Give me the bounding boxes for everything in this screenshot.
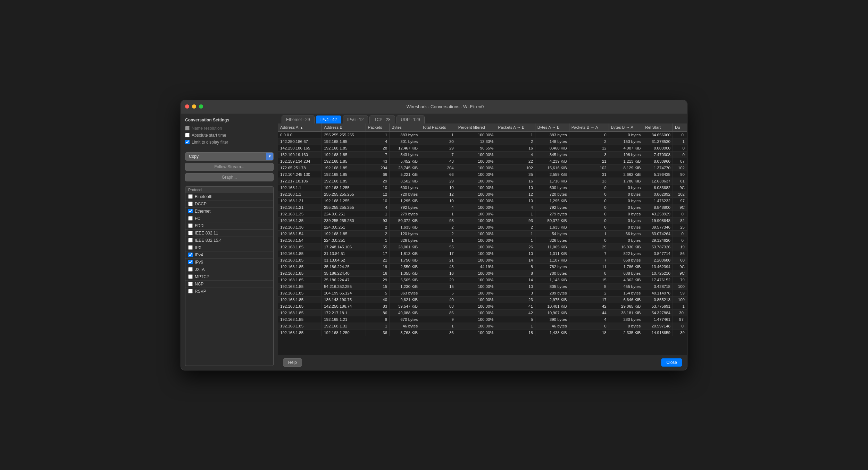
- col-header-11[interactable]: Du: [673, 123, 687, 131]
- table-row[interactable]: 192.168.1.36224.0.0.25121,633 KiB2100.00…: [278, 224, 687, 230]
- table-row[interactable]: 192.168.1.54224.0.0.2511326 bytes1100.00…: [278, 237, 687, 243]
- protocol-checkbox[interactable]: [188, 274, 193, 279]
- protocol-checkbox[interactable]: [188, 282, 193, 286]
- protocol-checkbox[interactable]: [188, 231, 193, 235]
- follow-stream-button[interactable]: Follow Stream...: [185, 163, 274, 171]
- table-row[interactable]: 192.168.1.35239.255.255.2509350,372 KiB9…: [278, 217, 687, 224]
- table-cell-17-9: 16,936 KiB: [609, 243, 643, 250]
- table-row[interactable]: 192.168.1.1255.255.255.25512720 bytes121…: [278, 191, 687, 197]
- protocol-item[interactable]: NCP: [185, 281, 273, 288]
- protocol-item[interactable]: IPX: [185, 244, 273, 251]
- table-row[interactable]: 192.168.1.85172.217.18.18649,088 KiB8610…: [278, 309, 687, 316]
- close-traffic-light[interactable]: [185, 104, 189, 109]
- protocol-item[interactable]: IPv4: [185, 251, 273, 259]
- col-header-4[interactable]: Total Packets: [420, 123, 456, 131]
- table-cell-9-1: 255.255.255.255: [322, 191, 366, 197]
- col-header-9[interactable]: Bytes B → A: [609, 123, 643, 131]
- table-row[interactable]: 172.65.251.78192.168.1.8520423,745 KiB20…: [278, 164, 687, 171]
- table-row[interactable]: 192.168.1.8531.13.84.52211,750 KiB21100.…: [278, 257, 687, 263]
- table-row[interactable]: 192.168.1.8535.186.224.40161,355 KiB1610…: [278, 270, 687, 276]
- limit-display-filter-checkbox[interactable]: [185, 140, 190, 144]
- table-row[interactable]: 192.168.1.8531.13.84.51171,813 KiB17100.…: [278, 250, 687, 257]
- protocol-item[interactable]: DCCP: [185, 200, 273, 208]
- tab-tcp---28[interactable]: TCP · 28: [369, 116, 395, 123]
- minimize-traffic-light[interactable]: [192, 104, 196, 109]
- col-header-8[interactable]: Packets B → A: [569, 123, 609, 131]
- absolute-start-time-checkbox[interactable]: [185, 133, 190, 137]
- table-row[interactable]: 172.217.18.106192.168.1.85293,502 KiB291…: [278, 178, 687, 184]
- tab-ipv4---42[interactable]: IPv4 · 42: [316, 116, 341, 123]
- table-row[interactable]: 192.168.1.8517.248.145.1065528,001 KiB55…: [278, 243, 687, 250]
- col-header-6[interactable]: Packets A → B: [496, 123, 535, 131]
- table-row[interactable]: 192.168.1.1192.168.1.25510600 bytes10100…: [278, 184, 687, 191]
- table-cell-26-3: 39,547 KiB: [390, 303, 420, 309]
- col-header-1[interactable]: Address B: [322, 123, 366, 131]
- table-cell-5-3: 23,745 KiB: [390, 164, 420, 171]
- tab-ethernet---29[interactable]: Ethernet · 29: [282, 116, 315, 123]
- table-cell-28-6: 5: [496, 316, 535, 323]
- protocol-checkbox[interactable]: [188, 238, 193, 242]
- protocol-item[interactable]: FDDI: [185, 222, 273, 230]
- table-row[interactable]: 192.168.1.35224.0.0.2511279 bytes1100.00…: [278, 211, 687, 217]
- protocol-item[interactable]: MPTCP: [185, 273, 273, 281]
- table-row[interactable]: 192.168.1.8535.186.224.47295,505 KiB2910…: [278, 276, 687, 283]
- protocol-checkbox[interactable]: [188, 260, 193, 264]
- protocol-item[interactable]: Ethernet: [185, 208, 273, 215]
- tab-ipv6---12[interactable]: IPv6 · 12: [343, 116, 368, 123]
- table-row[interactable]: 192.168.1.85104.199.65.1245363 bytes5100…: [278, 290, 687, 296]
- copy-dropdown-arrow[interactable]: ▼: [266, 153, 273, 160]
- table-row[interactable]: 192.168.1.8535.186.224.25192,550 KiB4344…: [278, 263, 687, 270]
- protocol-checkbox[interactable]: [188, 202, 193, 206]
- copy-dropdown[interactable]: Copy ▼: [185, 152, 274, 161]
- table-row[interactable]: 162.159.134.234192.168.1.85435,452 KiB43…: [278, 158, 687, 164]
- protocol-checkbox[interactable]: [188, 216, 193, 221]
- protocol-item[interactable]: RSVP: [185, 288, 273, 295]
- protocol-checkbox[interactable]: [188, 209, 193, 213]
- table-row[interactable]: 0.0.0.0255.255.255.2551383 bytes1100.00%…: [278, 131, 687, 138]
- col-header-2[interactable]: Packets: [366, 123, 390, 131]
- table-row[interactable]: 192.168.1.85192.168.1.250363,768 KiB3610…: [278, 329, 687, 336]
- table-row[interactable]: 192.168.1.85192.168.1.219670 bytes9100.0…: [278, 316, 687, 323]
- table-row[interactable]: 192.168.1.85142.250.186.748339,547 KiB83…: [278, 303, 687, 309]
- protocol-item[interactable]: IEEE 802.11: [185, 230, 273, 237]
- table-row[interactable]: 192.168.1.85192.168.1.32146 bytes1100.00…: [278, 323, 687, 329]
- protocol-checkbox[interactable]: [188, 267, 193, 272]
- table-row[interactable]: 192.168.1.85136.143.190.75409,621 KiB401…: [278, 296, 687, 303]
- table-row[interactable]: 152.199.19.160192.168.1.857543 bytes7100…: [278, 151, 687, 158]
- table-row[interactable]: 142.250.186.67192.168.1.854301 bytes3013…: [278, 138, 687, 145]
- maximize-traffic-light[interactable]: [199, 104, 203, 109]
- col-header-3[interactable]: Bytes: [390, 123, 420, 131]
- close-button[interactable]: Close: [661, 358, 682, 367]
- protocol-item[interactable]: FC: [185, 215, 273, 222]
- table-row[interactable]: 192.168.1.21192.168.1.255101,295 KiB1010…: [278, 197, 687, 204]
- table-cell-11-6: 4: [496, 204, 535, 211]
- table-cell-25-6: 23: [496, 296, 535, 303]
- protocol-item[interactable]: IPv6: [185, 259, 273, 266]
- table-row[interactable]: 192.168.1.21255.255.255.2554792 bytes410…: [278, 204, 687, 211]
- table-container[interactable]: Address A ▲Address BPacketsBytesTotal Pa…: [278, 123, 687, 355]
- table-row[interactable]: 172.104.245.130192.168.1.85665,221 KiB66…: [278, 171, 687, 178]
- name-resolution-checkbox[interactable]: [185, 126, 190, 130]
- protocol-item[interactable]: Bluetooth: [185, 193, 273, 200]
- col-header-0[interactable]: Address A ▲: [278, 123, 322, 131]
- protocol-item[interactable]: IEEE 802.15.4: [185, 237, 273, 244]
- protocol-checkbox[interactable]: [188, 253, 193, 257]
- col-header-5[interactable]: Percent filtered: [456, 123, 496, 131]
- graph-button[interactable]: Graph...: [185, 173, 274, 181]
- table-row[interactable]: 192.168.1.54192.168.1.852120 bytes2100.0…: [278, 230, 687, 237]
- protocol-checkbox[interactable]: [188, 289, 193, 293]
- table-row[interactable]: 142.250.186.165192.168.1.852812,467 KiB2…: [278, 145, 687, 151]
- protocol-item[interactable]: JXTA: [185, 266, 273, 273]
- tab-udp---129[interactable]: UDP · 129: [397, 116, 425, 123]
- col-header-7[interactable]: Bytes A → B: [535, 123, 569, 131]
- col-header-10[interactable]: Rel Start: [643, 123, 673, 131]
- table-cell-6-1: 192.168.1.85: [322, 171, 366, 178]
- protocol-checkbox[interactable]: [188, 245, 193, 250]
- help-button[interactable]: Help: [283, 358, 302, 367]
- table-cell-24-5: 100.00%: [456, 290, 496, 296]
- protocol-checkbox[interactable]: [188, 194, 193, 199]
- table-cell-0-5: 100.00%: [456, 131, 496, 138]
- table-row[interactable]: 192.168.1.8554.216.252.255151,230 KiB151…: [278, 283, 687, 290]
- protocol-checkbox[interactable]: [188, 223, 193, 228]
- table-cell-17-5: 100.00%: [456, 243, 496, 250]
